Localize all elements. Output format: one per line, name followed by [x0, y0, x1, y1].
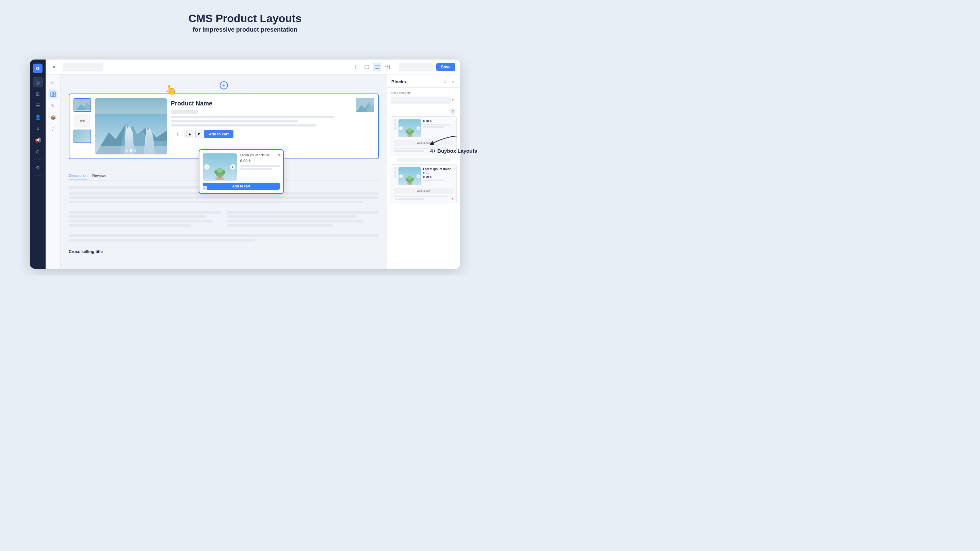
thumb-image-1: [74, 99, 91, 111]
sec-product-icon[interactable]: 📦: [48, 113, 58, 122]
bc-drag-3: [394, 127, 396, 130]
block-card-2: ‹ › Lorem ipsum dolor sit... 0,00 € Add …: [391, 164, 457, 203]
bc-drag-2: [394, 123, 396, 126]
sidebar-icon-content[interactable]: ≡: [33, 124, 43, 134]
svg-rect-10: [53, 95, 56, 97]
save-button[interactable]: Save: [436, 63, 455, 71]
view-desktop[interactable]: [373, 63, 381, 71]
right-thumb-1[interactable]: [356, 98, 374, 112]
price-skeleton: [171, 110, 198, 114]
bc-edit-2[interactable]: ✎: [394, 197, 398, 201]
bc-next-1[interactable]: ›: [417, 127, 420, 130]
toolbar-dropdown[interactable]: [399, 63, 433, 71]
thumb-mountain-3[interactable]: [73, 130, 91, 143]
popup-info: Lorem ipsum dolor sit... 0,00 €: [240, 153, 280, 171]
svg-point-30: [217, 168, 223, 173]
popup-skel-1: [240, 165, 280, 167]
desc-col-left: [69, 209, 221, 229]
app-frame: G ◎ ⊞ ☰ 👤 ≡ 📢 ⊙ ⚙ ··· ×: [30, 60, 460, 269]
block-category-dropdown[interactable]: [391, 97, 450, 104]
sidebar-icon-marketing[interactable]: 📢: [33, 135, 43, 145]
annotation-arrow: [430, 133, 464, 150]
sidebar-icon-pages[interactable]: ⊞: [33, 89, 43, 99]
tab-reviews[interactable]: Reviews: [92, 173, 107, 180]
bc-prev-2[interactable]: ‹: [399, 175, 403, 178]
thumb-glasses[interactable]: 🕶: [73, 114, 91, 127]
product-info: Product Name ▲ ▼ Add to cart: [171, 98, 352, 154]
qty-up-button[interactable]: ▲: [186, 130, 193, 138]
bc-prev-1[interactable]: ‹: [399, 127, 403, 130]
block-category-label: Block category: [391, 91, 457, 95]
thumb-image-3: [74, 130, 91, 143]
dot-3: [134, 149, 137, 152]
close-button[interactable]: ×: [50, 63, 58, 71]
search-bar[interactable]: [63, 63, 103, 71]
toolbar: × Save: [46, 60, 460, 75]
popup-edit-icon[interactable]: ✎: [202, 186, 207, 191]
popup-add-to-cart-button[interactable]: Add to cart: [203, 183, 280, 190]
info-skel-2: [171, 120, 298, 122]
popup-price: 0,00 €: [240, 159, 280, 163]
qty-down-button[interactable]: ▼: [195, 130, 202, 138]
app-logo[interactable]: G: [33, 64, 43, 73]
editor-canvas: +: [60, 75, 387, 269]
sidebar-left: G ◎ ⊞ ☰ 👤 ≡ 📢 ⊙ ⚙ ···: [30, 60, 46, 269]
view-tablet[interactable]: [363, 63, 371, 71]
bc-drag2-2: [394, 171, 396, 174]
bc-drag2-3: [394, 175, 396, 178]
blocks-close-icon[interactable]: ×: [450, 79, 456, 85]
sec-share-icon[interactable]: ⤴: [48, 124, 58, 134]
bc-heart-2[interactable]: ♥: [452, 197, 453, 200]
bc-price-1: 0,00 €: [423, 119, 453, 123]
bc-skel-2b: [394, 195, 447, 197]
sec-edit-icon[interactable]: ✎: [48, 101, 58, 111]
thumb-mountain-1[interactable]: [73, 98, 91, 112]
bc-next-2[interactable]: ›: [417, 175, 420, 178]
sec-layout-icon[interactable]: [48, 89, 58, 99]
desc-skel-l1: [69, 211, 221, 214]
add-block-button-top[interactable]: +: [220, 81, 228, 89]
popup-layout: ‹ › Lorem ipsum dolor sit... 0,00 €: [203, 153, 280, 181]
view-table[interactable]: [383, 63, 391, 71]
bc-desc-2: [394, 195, 453, 200]
bc-icons-col-1: [394, 119, 396, 130]
sidebar-icon-layout[interactable]: ☰: [33, 100, 43, 111]
svg-rect-1: [365, 65, 369, 69]
view-icons: [353, 63, 391, 71]
bc-info-2: Lorem ipsum dolor sit... 0,00 €: [423, 167, 453, 182]
page-header: CMS Product Layouts for impressive produ…: [0, 0, 490, 41]
svg-rect-2: [375, 65, 379, 68]
cursor-hand: 👆: [164, 83, 177, 97]
popup-prev-arrow[interactable]: ‹: [204, 164, 210, 170]
info-skel-1: [171, 116, 334, 118]
bc-add-cart-2[interactable]: Add to cart: [394, 188, 453, 194]
view-mobile[interactable]: [353, 63, 361, 71]
main-area: × Save: [46, 60, 460, 269]
bc-skel-1b: [423, 126, 444, 128]
add-to-cart-button[interactable]: Add to cart: [204, 130, 234, 138]
mountain-background: [95, 98, 167, 154]
desc-skel-b1: [69, 234, 379, 237]
right-panel-body: Block category ▾ ⚙: [387, 88, 460, 269]
page-title: CMS Product Layouts: [0, 12, 490, 25]
sidebar-icon-analytics[interactable]: ◎: [33, 77, 43, 87]
sidebar-icon-users[interactable]: 👤: [33, 112, 43, 122]
popup-heart-icon[interactable]: ♥: [278, 153, 280, 157]
bc-euro-2: 0,00 €: [423, 175, 453, 179]
sidebar-icon-more[interactable]: ···: [33, 179, 43, 189]
desc-skel-2: [69, 196, 379, 199]
tab-description[interactable]: Description: [69, 173, 88, 180]
bc-top-2: ‹ › Lorem ipsum dolor sit... 0,00 €: [394, 167, 453, 185]
popup-next-arrow[interactable]: ›: [230, 164, 235, 170]
blocks-add-icon[interactable]: ⊕: [442, 79, 448, 85]
block-settings-icon[interactable]: ⚙: [449, 108, 457, 115]
svg-point-37: [407, 128, 412, 132]
sidebar-icon-circle[interactable]: ⊙: [33, 147, 43, 157]
desc-col-right: [227, 209, 379, 229]
sec-add-icon[interactable]: ⊕: [48, 78, 58, 87]
bc-skel-2c: [394, 198, 424, 200]
quantity-input[interactable]: [171, 130, 185, 138]
desc-skel-l4: [69, 224, 191, 227]
sidebar-icon-settings[interactable]: ⚙: [33, 163, 43, 173]
sidebar-divider: [34, 159, 42, 160]
